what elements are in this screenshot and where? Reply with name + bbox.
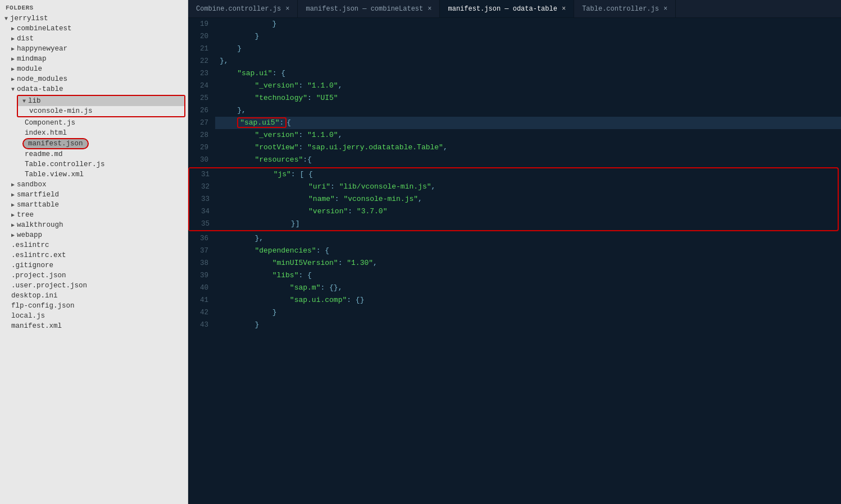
sidebar-item-eslintrc-ext[interactable]: .eslintrc.ext — [0, 250, 188, 260]
code-line: 40 "sap.m": {}, — [188, 282, 841, 294]
tab-table-controller[interactable]: Table.controller.js × — [574, 0, 676, 17]
folder-label: smarttable — [17, 201, 59, 209]
sidebar-item-eslintrc[interactable]: .eslintrc — [0, 240, 188, 250]
code-line: 41 "sap.ui.comp": {} — [188, 294, 841, 306]
folder-label: walkthrough — [17, 221, 63, 229]
code-line: 20 } — [188, 30, 841, 43]
code-line: 22 }, — [188, 55, 841, 67]
chevron-right-icon: ▶ — [11, 191, 15, 198]
sidebar-item-smarttable[interactable]: ▶ smarttable — [0, 200, 188, 210]
file-label: manifest.json — [28, 140, 83, 148]
folder-label: smartfield — [17, 191, 59, 199]
sidebar-item-combinelatest[interactable]: ▶ combineLatest — [0, 24, 188, 34]
folder-label: webapp — [17, 231, 42, 239]
sidebar-item-component-js[interactable]: Component.js — [0, 118, 188, 128]
file-label: .project.json — [11, 272, 66, 280]
close-icon[interactable]: × — [663, 5, 667, 13]
file-label: Table.view.xml — [25, 171, 84, 178]
code-line: 23 "sap.ui": { — [188, 67, 841, 80]
sidebar-root-folder[interactable]: ▼ jerrylist — [0, 13, 188, 24]
sidebar-item-project-json[interactable]: .project.json — [0, 271, 188, 281]
code-line: 35 }] — [189, 218, 838, 230]
file-label: .eslintrc — [11, 241, 49, 249]
sidebar-item-desktop-ini[interactable]: desktop.ini — [0, 291, 188, 301]
root-folder-label: jerrylist — [10, 15, 48, 22]
sidebar-item-mindmap[interactable]: ▶ mindmap — [0, 54, 188, 64]
folder-label: happynewyear — [17, 45, 67, 53]
sidebar-item-local-js[interactable]: local.js — [0, 311, 188, 321]
file-label: flp-config.json — [11, 302, 75, 310]
chevron-right-icon: ▶ — [11, 35, 15, 42]
sidebar-item-smartfield[interactable]: ▶ smartfield — [0, 190, 188, 200]
sidebar-item-table-controller[interactable]: Table.controller.js — [0, 159, 188, 169]
code-line: 37 "dependencies": { — [188, 245, 841, 257]
file-label: Table.controller.js — [25, 161, 105, 168]
code-line: 43 } — [188, 319, 841, 331]
sidebar-item-vconsole[interactable]: vconsole-min.js — [18, 106, 184, 116]
sidebar: FOLDERS ▼ jerrylist ▶ combineLatest ▶ di… — [0, 0, 188, 504]
folder-label: module — [17, 65, 42, 73]
code-line: 31 "js": [ { — [189, 168, 838, 181]
close-icon[interactable]: × — [428, 5, 431, 13]
folder-label: tree — [17, 211, 34, 219]
sidebar-item-manifest-json[interactable]: manifest.json — [22, 138, 89, 149]
sidebar-item-odata-table[interactable]: ▼ odata-table — [0, 84, 188, 94]
tab-manifest-combinlatest[interactable]: manifest.json — combineLatest × — [298, 0, 440, 17]
tab-manifest-odata-table[interactable]: manifest.json — odata-table × — [440, 0, 574, 17]
code-line: 39 "libs": { — [188, 269, 841, 282]
sidebar-item-table-view[interactable]: Table.view.xml — [0, 169, 188, 180]
tab-label: manifest.json — odata-table — [448, 5, 557, 13]
sidebar-item-tree[interactable]: ▶ tree — [0, 210, 188, 220]
code-editor[interactable]: 19 } 20 } 21 } 22 }, 23 "sap.ui": { 2 — [188, 18, 841, 504]
code-line: 19 } — [188, 18, 841, 30]
code-line: 34 "version": "3.7.0" — [189, 205, 838, 218]
code-line: 42 } — [188, 306, 841, 319]
sidebar-item-readme[interactable]: readme.md — [0, 149, 188, 159]
sidebar-item-flp-config[interactable]: flp-config.json — [0, 301, 188, 311]
sidebar-item-module[interactable]: ▶ module — [0, 64, 188, 74]
chevron-down-icon: ▼ — [4, 16, 8, 22]
file-label: desktop.ini — [11, 292, 58, 300]
code-line: 24 "_version": "1.1.0", — [188, 80, 841, 92]
chevron-right-icon: ▶ — [11, 56, 15, 62]
file-label: Component.js — [25, 119, 75, 127]
code-line-highlighted: 27 "sap.ui5":{ — [188, 117, 841, 129]
code-line: 36 }, — [188, 232, 841, 245]
file-label: index.html — [25, 129, 67, 137]
tab-combine-controller[interactable]: Combine.controller.js × — [188, 0, 298, 17]
sidebar-item-node-modules[interactable]: ▶ node_modules — [0, 74, 188, 84]
file-label: local.js — [11, 312, 45, 320]
folder-label: node_modules — [17, 75, 67, 83]
close-icon[interactable]: × — [562, 5, 566, 13]
sidebar-item-walkthrough[interactable]: ▶ walkthrough — [0, 220, 188, 230]
sidebar-item-happynewyear[interactable]: ▶ happynewyear — [0, 44, 188, 54]
chevron-right-icon: ▶ — [11, 222, 15, 228]
sidebar-item-dist[interactable]: ▶ dist — [0, 34, 188, 44]
close-icon[interactable]: × — [285, 5, 289, 13]
sidebar-item-lib[interactable]: ▼ lib — [18, 96, 184, 106]
folders-header: FOLDERS — [0, 0, 188, 13]
folder-label: mindmap — [17, 55, 47, 63]
tab-label: Combine.controller.js — [196, 5, 281, 13]
chevron-down-icon: ▼ — [22, 98, 26, 104]
code-line: 38 "minUI5Version": "1.30", — [188, 257, 841, 269]
file-label: manifest.xml — [11, 322, 62, 330]
code-line: 29 "rootView": "sap.ui.jerry.odatatable.… — [188, 141, 841, 154]
sidebar-item-manifest-xml[interactable]: manifest.xml — [0, 321, 188, 331]
chevron-right-icon: ▶ — [11, 25, 15, 32]
file-label: .eslintrc.ext — [11, 251, 66, 259]
lib-folder-highlighted: ▼ lib vconsole-min.js — [17, 95, 185, 117]
folder-label: dist — [17, 35, 34, 43]
file-label: vconsole-min.js — [29, 107, 93, 115]
folder-label: combineLatest — [17, 25, 72, 33]
sidebar-item-user-project-json[interactable]: .user.project.json — [0, 281, 188, 291]
chevron-right-icon: ▶ — [11, 201, 15, 208]
sidebar-item-gitignore[interactable]: .gitignore — [0, 260, 188, 271]
chevron-right-icon: ▶ — [11, 181, 15, 188]
sidebar-item-index-html[interactable]: index.html — [0, 128, 188, 138]
folder-label: odata-table — [17, 85, 63, 93]
tab-bar: Combine.controller.js × manifest.json — … — [188, 0, 841, 18]
code-block-highlighted: 31 "js": [ { 32 "uri": "lib/vconsole-min… — [188, 167, 839, 231]
sidebar-item-sandbox[interactable]: ▶ sandbox — [0, 180, 188, 190]
sidebar-item-webapp[interactable]: ▶ webapp — [0, 230, 188, 240]
